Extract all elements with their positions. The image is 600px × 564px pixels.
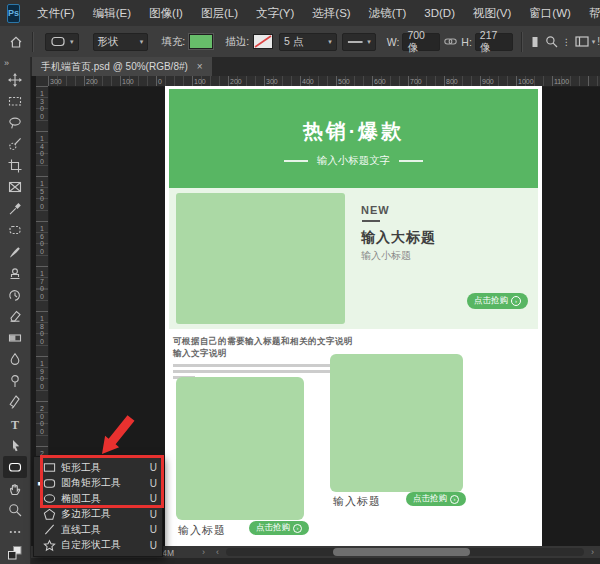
link-dimensions-icon[interactable]: [444, 35, 457, 48]
flyout-item-shortcut: U: [150, 540, 157, 551]
healing-brush-tool[interactable]: [3, 220, 27, 242]
menubar-item[interactable]: 3D(D): [415, 0, 464, 26]
svg-text:T: T: [11, 418, 19, 432]
arrow-circle-icon: ›: [450, 495, 459, 504]
stroke-width-field[interactable]: 5 点 ▾: [279, 33, 337, 51]
ruler-label: 200: [230, 78, 242, 85]
ruler-label: 700: [410, 78, 422, 85]
eyedropper-tool[interactable]: [3, 198, 27, 220]
window-bottom-strip: [30, 558, 600, 564]
menubar-item[interactable]: 窗口(W): [520, 0, 580, 26]
width-input[interactable]: 700 像: [402, 33, 440, 51]
history-brush-tool[interactable]: [3, 284, 27, 306]
flyout-menu-item[interactable]: 多边形工具U: [34, 507, 162, 523]
ruler-label: 800: [446, 78, 458, 85]
flyout-menu-item[interactable]: 直线工具U: [34, 522, 162, 538]
close-tab-icon[interactable]: ×: [197, 61, 203, 72]
canvas-artboard[interactable]: 热销·爆款 输入小标题文字 NEW 输入大标题 输入小标题 点击抢购 › 可根据…: [165, 86, 542, 546]
product-image-placeholder: [176, 377, 304, 520]
hero-subtitle: 输入小标题文字: [317, 154, 391, 168]
ruler-label: 1 4 0 0: [36, 135, 48, 165]
collapse-panel-icon[interactable]: »: [4, 57, 9, 69]
buy-now-button[interactable]: 点击抢购 ›: [406, 492, 466, 506]
path-selection-tool[interactable]: [3, 435, 27, 457]
ruler-label: 1100: [554, 78, 569, 85]
menubar-item[interactable]: 视图(V): [464, 0, 520, 26]
annotation-highlight-box: [40, 455, 164, 508]
hero-subtitle-row: 输入小标题文字: [169, 154, 538, 168]
brush-tool[interactable]: [3, 241, 27, 263]
more-options-icon[interactable]: ⋮: [562, 37, 571, 47]
eraser-tool[interactable]: [3, 306, 27, 328]
scroll-right-icon[interactable]: ›: [591, 547, 594, 557]
shape-tool[interactable]: [3, 456, 27, 478]
menubar-item[interactable]: 编辑(E): [84, 0, 140, 26]
ruler-label: 500: [338, 78, 350, 85]
buy-now-button[interactable]: 点击抢购 ›: [249, 521, 309, 535]
quick-selection-tool[interactable]: [3, 134, 27, 156]
foreground-background-colors[interactable]: [3, 542, 27, 564]
home-icon[interactable]: [9, 35, 23, 49]
width-label: W:: [387, 36, 400, 48]
fill-color-swatch[interactable]: [189, 34, 213, 49]
tool-mode-select[interactable]: 形状 ▾: [93, 33, 149, 51]
zoom-tool[interactable]: [3, 499, 27, 521]
flyout-item-label: 多边形工具: [61, 507, 111, 521]
lasso-tool[interactable]: [3, 112, 27, 134]
menubar-item[interactable]: 选择(S): [303, 0, 359, 26]
ruler-label: 1 8 0 0: [36, 315, 48, 345]
polygon-icon: [43, 508, 56, 521]
crop-tool[interactable]: [3, 155, 27, 177]
chevron-down-icon: ▾: [367, 38, 371, 46]
status-expand-icon[interactable]: ›: [202, 547, 205, 557]
menubar-item[interactable]: 文字(Y): [247, 0, 303, 26]
document-tab-bar: 手机端首页.psd @ 50%(RGB/8#) ×: [30, 57, 600, 76]
dash-decoration: [399, 160, 423, 162]
type-tool[interactable]: T: [3, 413, 27, 435]
menubar-item[interactable]: 文件(F): [28, 0, 84, 26]
pen-tool[interactable]: [3, 392, 27, 414]
hand-tool[interactable]: [3, 478, 27, 500]
ruler-label: 1 3 0 0: [36, 90, 48, 120]
ruler-label: 1 9 0 0: [36, 360, 48, 390]
dodge-tool[interactable]: [3, 370, 27, 392]
flyout-menu-item[interactable]: 自定形状工具U: [34, 538, 162, 554]
menubar-item[interactable]: 滤镜(T): [360, 0, 416, 26]
ruler-label: 1 5 0 0: [36, 180, 48, 210]
arrow-circle-icon: ›: [293, 524, 302, 533]
stroke-type-select[interactable]: ▾: [342, 33, 376, 51]
panel-toggle-icon[interactable]: [575, 36, 589, 47]
photoshop-logo-icon: Ps: [7, 4, 20, 23]
menubar-item[interactable]: 图层(L): [192, 0, 247, 26]
options-bar: ▾ 形状 ▾ 填充: 描边: 5 点 ▾ ▾ W: 700 像 H: 217 像: [0, 26, 600, 58]
tools-panel: » T: [0, 57, 31, 564]
height-input[interactable]: 217 像: [475, 33, 513, 51]
marquee-tool[interactable]: [3, 91, 27, 113]
chevron-down-icon: ▾: [328, 38, 332, 46]
fill-label: 填充:: [161, 35, 185, 49]
stroke-color-swatch[interactable]: [253, 34, 273, 49]
blur-tool[interactable]: [3, 349, 27, 371]
custom-shape-icon: [43, 539, 56, 552]
move-tool[interactable]: [3, 69, 27, 91]
scrollbar-thumb[interactable]: [333, 548, 470, 556]
document-tab[interactable]: 手机端首页.psd @ 50%(RGB/8#) ×: [32, 57, 212, 76]
feature-image-placeholder: [176, 193, 345, 324]
edit-toolbar-icon[interactable]: [3, 521, 27, 543]
ruler-label: 1 7 0 0: [36, 270, 48, 300]
gradient-tool[interactable]: [3, 327, 27, 349]
menu-bar: Ps 文件(F)编辑(E)图像(I)图层(L)文字(Y)选择(S)滤镜(T)3D…: [0, 0, 600, 27]
clone-stamp-tool[interactable]: [3, 263, 27, 285]
menubar-item[interactable]: 帮助(H): [580, 0, 600, 26]
path-alignment-icon[interactable]: [545, 35, 558, 48]
flyout-item-label: 直线工具: [61, 523, 101, 537]
stroke-label: 描边:: [225, 35, 249, 49]
frame-tool[interactable]: [3, 177, 27, 199]
menubar-item[interactable]: 图像(I): [140, 0, 192, 26]
buy-now-button[interactable]: 点击抢购 ›: [467, 293, 528, 309]
tool-preset-picker[interactable]: ▾: [45, 33, 79, 51]
ruler-label: 100: [194, 78, 206, 85]
path-operations-icon[interactable]: [530, 36, 540, 48]
scroll-left-icon[interactable]: ‹: [216, 547, 219, 557]
horizontal-scrollbar[interactable]: [226, 548, 584, 556]
